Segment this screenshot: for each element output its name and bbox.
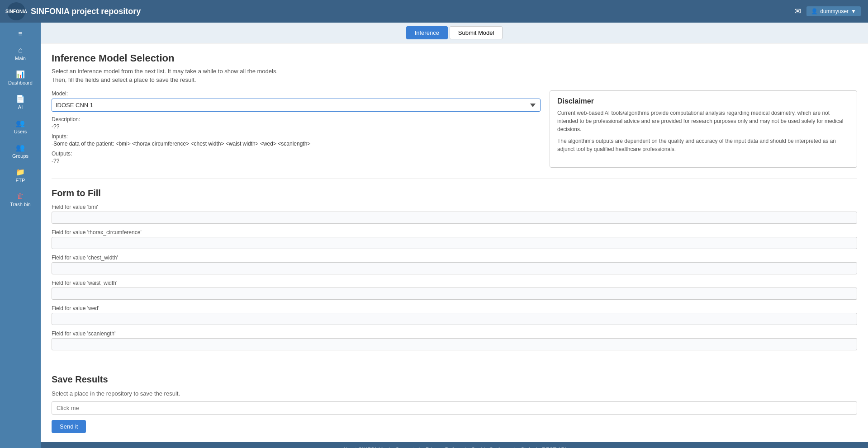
bmi-input[interactable] (52, 212, 857, 224)
scanlength-label: Field for value 'scanlength' (52, 330, 857, 337)
sidebar-item-dashboard[interactable]: 📊 Dashboard (0, 66, 41, 90)
top-navigation: Inference Submit Model (41, 23, 868, 43)
sidebar-item-main[interactable]: ⌂ Main (0, 42, 41, 66)
sidebar: ≡ ⌂ Main 📊 Dashboard 📄 AI 👥 Users 👥 Grou… (0, 23, 41, 448)
form-field-thorax: Field for value 'thorax_circumference' (52, 229, 857, 255)
form-field-waist-width: Field for value 'waist_width' (52, 280, 857, 305)
section-divider-2 (52, 365, 857, 365)
save-section: Save Results Select a place in the repos… (52, 374, 857, 433)
sidebar-toggle[interactable]: ≡ (0, 26, 41, 42)
description-label: Description: (52, 116, 541, 123)
disclaimer-text2: The algorithm's outputs are dependent on… (557, 137, 849, 153)
dropdown-arrow-icon: ▼ (851, 8, 856, 14)
home-icon: ⌂ (18, 46, 23, 54)
dashboard-icon: 📊 (16, 70, 25, 79)
save-location-input[interactable] (52, 401, 857, 415)
top-section: Model: IDOSE CNN 1 Description: -?? Inpu… (52, 90, 857, 168)
thorax-input[interactable] (52, 237, 857, 249)
disclaimer-box: Disclaimer Current web-based AI tools/al… (550, 90, 857, 168)
tab-inference[interactable]: Inference (406, 26, 448, 39)
ai-icon: 📄 (16, 94, 25, 103)
site-title: SINFONIA project repository (31, 7, 794, 16)
form-field-wed: Field for value 'wed' (52, 305, 857, 330)
waist-width-input[interactable] (52, 288, 857, 300)
inputs-value: -Some data of the patient: <bmi> <thorax… (52, 141, 541, 147)
page-subtitle2: Then, fill the fields and select a place… (52, 76, 857, 83)
form-field-bmi: Field for value 'bmi' (52, 204, 857, 229)
sidebar-item-ai[interactable]: 📄 AI (0, 90, 41, 114)
section-divider (52, 179, 857, 179)
page-title: Inference Model Selection (52, 52, 857, 64)
scanlength-input[interactable] (52, 338, 857, 350)
sidebar-item-ftp[interactable]: 📁 FTP (0, 163, 41, 188)
model-label: Model: (52, 90, 541, 97)
logo-text: SINFONIA (5, 9, 27, 14)
send-button[interactable]: Send it (52, 420, 86, 433)
user-icon: 👤 (811, 8, 818, 14)
outputs-value: -?? (52, 158, 541, 164)
main-content: Inference Model Selection Select an infe… (41, 43, 868, 442)
save-subtitle: Select a place in the repository to save… (52, 390, 857, 397)
sidebar-item-label: Groups (12, 153, 28, 159)
right-column: Inference Submit Model Inference Model S… (41, 23, 868, 448)
form-fields: Field for value 'bmi' Field for value 't… (52, 204, 857, 356)
outputs-label: Outputs: (52, 151, 541, 157)
user-menu-button[interactable]: 👤 dummyuser ▼ (806, 6, 861, 16)
bmi-label: Field for value 'bmi' (52, 204, 857, 210)
thorax-label: Field for value 'thorax_circumference' (52, 229, 857, 236)
sidebar-item-label: FTP (16, 178, 25, 183)
header-actions: ✉ 👤 dummyuser ▼ (794, 6, 861, 16)
form-section-title: Form to Fill (52, 188, 857, 198)
inputs-label: Inputs: (52, 133, 541, 140)
tab-submit-model[interactable]: Submit Model (450, 26, 503, 39)
wed-label: Field for value 'wed' (52, 305, 857, 311)
sidebar-item-trash[interactable]: 🗑 Trash bin (0, 188, 41, 212)
sidebar-item-label: Dashboard (8, 80, 33, 85)
form-field-scanlength: Field for value 'scanlength' (52, 330, 857, 356)
disclaimer-title: Disclaimer (557, 97, 849, 105)
page-subtitle1: Select an inference model from the next … (52, 68, 857, 75)
username-label: dummyuser (820, 8, 849, 14)
model-select[interactable]: IDOSE CNN 1 (52, 99, 541, 112)
sidebar-item-label: Main (15, 56, 26, 61)
header: SINFONIA SINFONIA project repository ✉ 👤… (0, 0, 868, 23)
disclaimer-text1: Current web-based AI tools/algorithms pr… (557, 109, 849, 133)
form-field-chest-width: Field for value 'chest_width' (52, 255, 857, 280)
trash-icon: 🗑 (17, 192, 24, 200)
description-value: -?? (52, 123, 541, 130)
model-section: Model: IDOSE CNN 1 Description: -?? Inpu… (52, 90, 541, 168)
sidebar-item-groups[interactable]: 👥 Groups (0, 139, 41, 163)
sidebar-item-users[interactable]: 👥 Users (0, 114, 41, 139)
ftp-icon: 📁 (16, 168, 25, 176)
sidebar-item-label: Trash bin (10, 202, 30, 207)
waist-width-label: Field for value 'waist_width' (52, 280, 857, 286)
wed-input[interactable] (52, 313, 857, 325)
groups-icon: 👥 (16, 143, 25, 152)
logo: SINFONIA (7, 2, 25, 20)
mail-icon[interactable]: ✉ (794, 6, 801, 16)
chest-width-input[interactable] (52, 262, 857, 274)
save-section-title: Save Results (52, 374, 857, 385)
footer-nav: About SINFONIA | Contact | Privacy Polic… (41, 442, 868, 448)
sidebar-item-label: Users (14, 129, 27, 134)
layout: ≡ ⌂ Main 📊 Dashboard 📄 AI 👥 Users 👥 Grou… (0, 23, 868, 448)
users-icon: 👥 (16, 119, 25, 127)
sidebar-item-label: AI (18, 104, 23, 110)
chest-width-label: Field for value 'chest_width' (52, 255, 857, 261)
